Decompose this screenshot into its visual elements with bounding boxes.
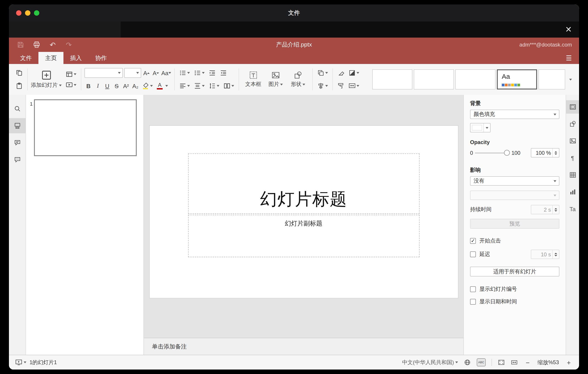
start-slideshow-button[interactable] [64, 80, 78, 89]
spin-down-icon[interactable] [555, 153, 557, 154]
font-size-combo[interactable] [124, 68, 141, 78]
tab-file[interactable]: 文件 [13, 52, 38, 64]
copy-icon[interactable] [14, 68, 24, 77]
underline-button[interactable]: U [103, 81, 111, 91]
tab-home[interactable]: 主页 [38, 52, 63, 64]
delay-checkbox[interactable] [470, 252, 476, 257]
apply-to-all-slides-button[interactable]: 适用于所有幻灯片 [470, 267, 559, 276]
add-slide-button[interactable]: 添加幻灯片 [31, 64, 62, 95]
start-slideshow-status-button[interactable] [15, 359, 26, 366]
theme-thumbnail-3[interactable] [455, 69, 495, 89]
undo-icon[interactable]: ↶ [48, 40, 57, 49]
font-name-combo[interactable] [84, 68, 123, 78]
line-spacing-button[interactable] [207, 81, 221, 90]
clear-style-button[interactable] [336, 68, 346, 77]
theme-thumbnail-2[interactable] [414, 69, 454, 89]
slide-size-button[interactable] [347, 81, 361, 90]
bold-button[interactable]: B [84, 81, 93, 91]
theme-thumbnail-5[interactable] [538, 69, 565, 89]
hamburger-menu-icon[interactable]: ☰ [563, 54, 575, 62]
start-on-click-checkbox[interactable]: ✓ [470, 238, 476, 244]
spin-up-icon[interactable] [555, 208, 557, 209]
spin-up-icon[interactable] [555, 253, 557, 254]
show-slide-number-checkbox[interactable] [470, 286, 476, 292]
effect-type-dropdown[interactable] [470, 191, 559, 200]
spin-up-icon[interactable] [555, 151, 557, 152]
insert-columns-button[interactable] [222, 81, 235, 90]
zoom-in-button[interactable]: + [565, 359, 573, 366]
print-icon[interactable] [32, 40, 41, 49]
document-language-icon[interactable] [464, 359, 471, 366]
spell-check-icon[interactable]: ABC [477, 358, 486, 366]
highlight-color-button[interactable] [141, 81, 154, 90]
chat-icon[interactable] [9, 152, 26, 167]
bullets-button[interactable] [178, 68, 191, 77]
redo-icon[interactable]: ↷ [64, 40, 73, 49]
theme-thumbnail-1[interactable] [372, 69, 412, 89]
decrease-indent-button[interactable] [207, 68, 217, 77]
change-case-button[interactable]: Aa [161, 68, 171, 78]
opacity-value-field[interactable]: 100 % [531, 148, 559, 157]
table-settings-icon[interactable] [566, 168, 579, 182]
zoom-out-button[interactable]: − [524, 359, 532, 366]
slide-settings-icon[interactable] [566, 100, 579, 114]
slide-fill-button[interactable] [347, 68, 361, 77]
shape-settings-icon[interactable] [566, 117, 579, 131]
insert-image-button[interactable]: 图片 [264, 64, 287, 95]
fit-to-slide-icon[interactable] [498, 359, 505, 366]
fit-to-width-icon[interactable] [511, 359, 518, 366]
insert-shape-button[interactable]: 形状 [287, 64, 309, 95]
vertical-align-button[interactable] [193, 81, 206, 90]
theme-thumbnail-selected[interactable]: Aa [497, 69, 537, 89]
preview-button[interactable]: 预览 [470, 219, 559, 229]
strikeout-button[interactable]: S [113, 81, 121, 91]
subscript-button[interactable]: A₂ [131, 81, 139, 91]
image-settings-icon[interactable] [566, 134, 579, 148]
save-icon[interactable] [16, 40, 25, 49]
show-datetime-checkbox[interactable] [470, 299, 476, 305]
notes-area[interactable]: 单击添加备注 [144, 338, 463, 355]
decrease-font-size-button[interactable]: A [152, 68, 160, 78]
slide[interactable]: 幻灯片标题 幻灯片副标题 [149, 126, 458, 298]
arrange-shape-button[interactable] [316, 68, 329, 77]
text-art-settings-icon[interactable]: Ta [566, 202, 579, 216]
delay-field[interactable]: 10 s [531, 250, 559, 259]
start-on-click-row: ✓ 开始点击 [470, 237, 559, 245]
spin-down-icon[interactable] [555, 255, 557, 256]
numbering-button[interactable] [193, 68, 206, 77]
copy-style-button[interactable] [336, 81, 346, 90]
theme-gallery-expand-button[interactable] [567, 69, 575, 89]
opacity-slider[interactable] [475, 150, 510, 156]
slide-thumbnail[interactable] [34, 99, 137, 156]
title-placeholder[interactable]: 幻灯片标题 [188, 154, 419, 214]
chart-settings-icon[interactable] [566, 185, 579, 199]
background-fill-dropdown[interactable]: 颜色填充 [470, 110, 559, 119]
close-icon[interactable]: ✕ [565, 25, 572, 33]
comments-icon[interactable] [9, 135, 26, 150]
subtitle-placeholder[interactable]: 幻灯片副标题 [188, 215, 419, 257]
background-color-picker[interactable] [470, 123, 491, 132]
slides-panel-icon[interactable] [9, 118, 26, 133]
effect-dropdown[interactable]: 没有 [470, 176, 559, 186]
increase-indent-button[interactable] [219, 68, 228, 77]
paragraph-settings-icon[interactable]: ¶ [566, 151, 579, 165]
tab-collaboration[interactable]: 协作 [88, 52, 114, 64]
minimize-window-button[interactable] [25, 10, 30, 16]
align-shape-button[interactable] [316, 81, 329, 90]
insert-textbox-button[interactable]: 文本框 [242, 64, 264, 95]
tab-insert[interactable]: 插入 [63, 52, 88, 64]
close-window-button[interactable] [16, 10, 21, 16]
duration-field[interactable]: 2 s [531, 205, 559, 214]
spin-down-icon[interactable] [555, 210, 557, 211]
search-icon[interactable] [9, 101, 26, 116]
increase-font-size-button[interactable]: A [143, 68, 151, 78]
zoom-window-button[interactable] [34, 10, 39, 16]
superscript-button[interactable]: A² [122, 81, 130, 91]
italic-button[interactable]: I [94, 81, 102, 91]
paste-icon[interactable] [14, 81, 24, 90]
slider-knob[interactable] [504, 150, 510, 156]
font-color-button[interactable]: A [156, 82, 164, 90]
slide-layout-button[interactable] [64, 70, 78, 78]
language-selector[interactable]: 中文(中华人民共和国) [402, 359, 458, 366]
horizontal-align-button[interactable] [178, 81, 191, 90]
